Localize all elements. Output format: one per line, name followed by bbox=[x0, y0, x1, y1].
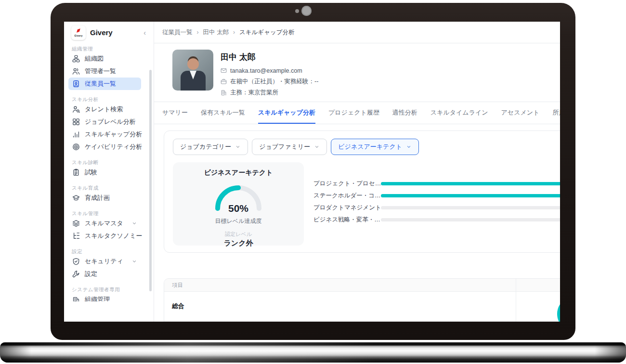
skill-bar-row: ステークホルダー・コ… bbox=[313, 190, 560, 202]
skill-bar-fill bbox=[381, 182, 560, 185]
sidebar-item-label: スキルタクソノミー bbox=[85, 232, 142, 240]
sidebar-item[interactable]: 組織図 bbox=[68, 52, 141, 65]
employee-detail-text: 在籍中（正社員）・実務経験：-- bbox=[230, 78, 318, 86]
layers-icon bbox=[72, 220, 80, 227]
tab-3[interactable]: プロジェクト履歴 bbox=[328, 102, 379, 124]
sidebar-item[interactable]: スキルマスタ bbox=[68, 217, 141, 230]
skill-bar-fill bbox=[381, 194, 560, 197]
skill-bar-track bbox=[381, 182, 560, 185]
sidebar-item[interactable]: スキルギャップ分析 bbox=[68, 128, 141, 141]
sidebar-item-label: スキルギャップ分析 bbox=[85, 130, 142, 139]
skill-bars: プロジェクト・プロセ…ステークホルダー・コ…プロダクトマネジメントビジネス戦略・… bbox=[313, 178, 560, 226]
shield-icon bbox=[72, 258, 80, 265]
table-row: 総合 bbox=[164, 292, 560, 321]
filter-label: ジョブカテゴリー bbox=[180, 143, 231, 151]
sidebar-header: Givery Givery ‹ bbox=[64, 22, 154, 43]
breadcrumb-item[interactable]: スキルギャップ分析 bbox=[239, 28, 295, 37]
sidebar-item-label: ジョブレベル分析 bbox=[85, 117, 141, 126]
sidebar-item[interactable]: 設定 bbox=[68, 268, 141, 280]
tab-6[interactable]: アセスメント bbox=[501, 102, 540, 124]
givery-logo-word: Givery bbox=[75, 34, 83, 37]
sidebar-item-label: 管理者一覧 bbox=[85, 67, 141, 76]
employee-detail-line: tanaka.taro@example.com bbox=[221, 65, 318, 76]
employee-detail-line: 主務：東京営業所 bbox=[221, 87, 318, 98]
employee-detail-line: 在籍中（正社員）・実務経験：-- bbox=[221, 76, 318, 87]
sidebar-item[interactable]: スキルタクソノミー bbox=[68, 230, 141, 242]
gauge-percent-value: 50% bbox=[212, 203, 265, 214]
gauge-chart: 50% bbox=[212, 183, 265, 211]
app-window: Givery Givery ‹ 組織管理組織図管理者一覧従業員一覧スキル分析タレ… bbox=[64, 22, 560, 322]
gauge-title: ビジネスアーキテクト bbox=[173, 169, 304, 177]
graduation-cap-icon bbox=[72, 194, 80, 202]
sidebar-item[interactable]: 従業員一覧 bbox=[68, 78, 141, 90]
skill-gap-panel: ジョブカテゴリージョブファミリービジネスアーキテクト ビジネスアーキテクト 50… bbox=[164, 130, 560, 253]
tab-1[interactable]: 保有スキル一覧 bbox=[201, 102, 245, 124]
tab-content: ジョブカテゴリージョブファミリービジネスアーキテクト ビジネスアーキテクト 50… bbox=[154, 124, 560, 322]
filter-label: ジョブファミリー bbox=[259, 143, 310, 151]
laptop-base bbox=[0, 342, 626, 363]
app-title: Givery bbox=[90, 28, 142, 37]
skill-bar-label: プロジェクト・プロセ… bbox=[313, 180, 381, 188]
employee-avatar bbox=[172, 50, 213, 91]
employee-detail-text: 主務：東京営業所 bbox=[230, 89, 278, 97]
breadcrumb-item[interactable]: 従業員一覧 bbox=[162, 28, 193, 37]
sidebar-item[interactable]: 組織管理 bbox=[68, 293, 141, 301]
nav-section-label: スキル診断 bbox=[72, 159, 146, 166]
filter-dropdown[interactable]: ビジネスアーキテクト bbox=[331, 139, 419, 155]
certified-level-label: 認定レベル bbox=[173, 231, 304, 238]
tab-4[interactable]: 適性分析 bbox=[392, 102, 417, 124]
tab-5[interactable]: スキルタイムライン bbox=[430, 102, 488, 124]
sidebar-item[interactable]: ジョブレベル分析 bbox=[68, 116, 141, 128]
skill-bar-track bbox=[381, 218, 560, 221]
employee-details: tanaka.taro@example.com在籍中（正社員）・実務経験：--主… bbox=[221, 65, 318, 98]
breadcrumb-item[interactable]: 田中 太郎 bbox=[203, 28, 229, 37]
skill-bar-row: プロダクトマネジメント bbox=[313, 202, 560, 214]
sidebar-filler bbox=[64, 301, 154, 322]
gauge-card: ビジネスアーキテクト 50% 目標レベル達成度 認定レベル ランク外 bbox=[173, 162, 304, 246]
chevron-down-icon bbox=[131, 259, 137, 264]
page: Givery Givery ‹ 組織管理組織図管理者一覧従業員一覧スキル分析タレ… bbox=[0, 0, 626, 364]
nav-section-label: スキル管理 bbox=[72, 210, 146, 217]
skill-bar-label: プロダクトマネジメント bbox=[313, 204, 381, 212]
givery-logo-icon: Givery bbox=[71, 26, 86, 40]
filter-dropdown[interactable]: ジョブカテゴリー bbox=[173, 139, 248, 155]
table-row-label: 総合 bbox=[164, 302, 184, 311]
breadcrumb-separator: › bbox=[233, 29, 235, 36]
mail-icon bbox=[221, 67, 227, 74]
tab-7[interactable]: 所属情報 bbox=[552, 102, 560, 124]
skill-bar-label: ビジネス戦略・変革・… bbox=[313, 216, 381, 224]
sidebar-item-label: 設定 bbox=[85, 270, 141, 278]
sidebar-item[interactable]: 管理者一覧 bbox=[68, 65, 141, 78]
sidebar-item[interactable]: 試験 bbox=[68, 166, 141, 179]
chevron-down-icon bbox=[314, 144, 320, 150]
filter-row: ジョブカテゴリージョブファミリービジネスアーキテクト bbox=[173, 139, 419, 155]
person-search-icon bbox=[72, 105, 80, 113]
table-header-row: 項目 bbox=[164, 279, 560, 292]
chevron-down-icon bbox=[406, 144, 412, 150]
tab-bar: サマリー保有スキル一覧スキルギャップ分析プロジェクト履歴適性分析スキルタイムライ… bbox=[154, 102, 560, 124]
skill-bar-row: プロジェクト・プロセ… bbox=[313, 178, 560, 190]
users-icon bbox=[72, 67, 80, 75]
sidebar-item-label: 育成計画 bbox=[85, 194, 141, 202]
webcam-icon bbox=[301, 6, 312, 16]
sidebar-scrollbar[interactable] bbox=[149, 70, 152, 291]
sidebar-item[interactable]: 育成計画 bbox=[68, 192, 141, 204]
employee-name: 田中 太郎 bbox=[221, 52, 256, 63]
sidebar: Givery Givery ‹ 組織管理組織図管理者一覧従業員一覧スキル分析タレ… bbox=[64, 22, 154, 322]
main-area: 従業員一覧›田中 太郎›スキルギャップ分析 田中 太郎 tanaka.taro@… bbox=[154, 22, 560, 322]
bar-chart-icon bbox=[72, 130, 80, 138]
sidebar-item-label: 従業員一覧 bbox=[85, 79, 141, 88]
tab-2[interactable]: スキルギャップ分析 bbox=[258, 102, 315, 124]
sidebar-collapse-button[interactable]: ‹ bbox=[142, 29, 148, 37]
skill-bar-row: ビジネス戦略・変革・… bbox=[313, 214, 560, 226]
filter-dropdown[interactable]: ジョブファミリー bbox=[252, 139, 327, 155]
sidebar-item[interactable]: タレント検索 bbox=[68, 103, 141, 116]
skill-bar-track bbox=[381, 206, 560, 209]
tab-0[interactable]: サマリー bbox=[162, 102, 188, 124]
nav-section-label: システム管理者専用 bbox=[72, 286, 146, 293]
camera-indicator-dot bbox=[295, 9, 299, 13]
briefcase-icon bbox=[221, 78, 227, 85]
target-icon bbox=[72, 143, 80, 151]
sidebar-item[interactable]: ケイパビリティ分析 bbox=[68, 141, 141, 153]
sidebar-item[interactable]: セキュリティ bbox=[68, 255, 141, 268]
